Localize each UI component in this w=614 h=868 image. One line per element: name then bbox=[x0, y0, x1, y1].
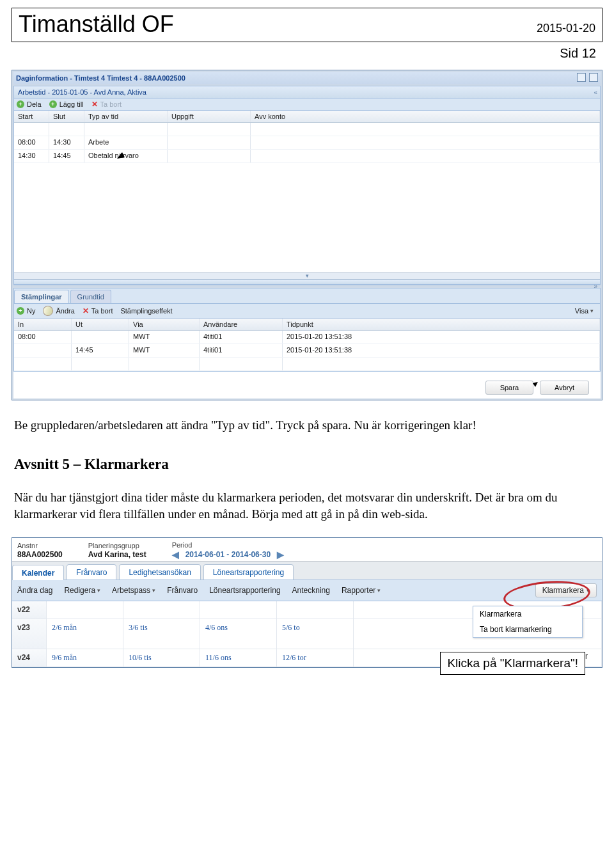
col-in: In bbox=[14, 319, 72, 330]
arbetstid-grid[interactable]: 08:00 14:30 Arbete 14:30 14:45 Obetald n… bbox=[14, 123, 600, 272]
klarmarkera-button[interactable]: Klarmarkera ▾ bbox=[535, 583, 597, 597]
stamplingar-grid[interactable]: 08:00 MWT 4titi01 2015-01-20 13:51:38 14… bbox=[14, 331, 600, 371]
tab-grundtid[interactable]: Grundtid bbox=[70, 290, 111, 303]
doc-title: Timanställd OF bbox=[19, 11, 174, 38]
delete-icon: ✕ bbox=[91, 100, 98, 108]
arbetstid-header: Arbetstid - 2015-01-05 - Avd Anna, Aktiv… bbox=[18, 88, 146, 96]
plus-icon: + bbox=[17, 100, 24, 108]
col-avvkonto: Avv konto bbox=[251, 111, 600, 122]
tab-loneartsrapportering[interactable]: Löneartsrapportering bbox=[203, 564, 294, 580]
screenshot-daginformation: Daginformation - Timtest 4 Timtest 4 - 8… bbox=[12, 70, 602, 400]
cancel-button[interactable]: Avbryt bbox=[540, 381, 589, 395]
collapse-icon[interactable]: « bbox=[594, 89, 597, 96]
screenshot-kalender: Anstnr 88AA002500 Planeringsgrupp Avd Ka… bbox=[12, 537, 602, 668]
doc-header: Timanställd OF 2015-01-20 bbox=[12, 8, 602, 42]
menu-klarmarkera[interactable]: Klarmarkera bbox=[473, 606, 582, 622]
tab-franvaro[interactable]: Frånvaro bbox=[67, 564, 116, 580]
ta-bort-button[interactable]: ✕ Ta bort bbox=[91, 100, 122, 108]
period-label: Period bbox=[172, 541, 193, 549]
prev-icon[interactable]: ◀ bbox=[172, 549, 179, 560]
delete-icon: ✕ bbox=[83, 307, 89, 315]
save-button[interactable]: Spara bbox=[485, 381, 533, 395]
visa-dropdown[interactable]: Visa ▾ bbox=[575, 307, 597, 315]
dela-button[interactable]: + Dela bbox=[17, 100, 42, 108]
menu-tabort-klarmarkering[interactable]: Ta bort klarmarkering bbox=[473, 622, 582, 637]
col-start: Start bbox=[14, 111, 49, 122]
doc-date: 2015-01-20 bbox=[537, 22, 595, 38]
window-controls[interactable] bbox=[576, 73, 598, 83]
plus-icon: + bbox=[17, 307, 24, 315]
col-typ: Typ av tid bbox=[84, 111, 168, 122]
instruction-paragraph-1: Be gruppledaren/arbetsledaren att ändra … bbox=[14, 417, 600, 434]
andra-button[interactable]: Ändra bbox=[43, 306, 74, 316]
chevron-down-icon: ▾ bbox=[152, 587, 155, 594]
planeringsgrupp-label: Planeringsgrupp bbox=[88, 542, 139, 549]
window-title: Daginformation - Timtest 4 Timtest 4 - 8… bbox=[16, 74, 185, 82]
callout-klarmarkera: Klicka på "Klarmarkera"! bbox=[440, 652, 585, 675]
planeringsgrupp-value: Avd Karina, test bbox=[88, 550, 146, 559]
table-row: 14:45 MWT 4titi01 2015-01-20 13:51:38 bbox=[14, 344, 600, 358]
edit-icon bbox=[42, 304, 55, 317]
page-number: Sid 12 bbox=[12, 46, 602, 61]
ta-bort-button[interactable]: ✕ Ta bort bbox=[83, 307, 113, 315]
table-row: 08:00 14:30 Arbete bbox=[14, 136, 600, 150]
table-row: 14:30 14:45 Obetald närvaro bbox=[14, 150, 600, 163]
anstnr-label: Anstnr bbox=[17, 542, 38, 549]
period-value: 2014-06-01 - 2014-06-30 bbox=[185, 550, 271, 559]
anstnr-value: 88AA002500 bbox=[17, 550, 63, 559]
splitter-bar[interactable]: ▾ bbox=[14, 272, 600, 280]
rapporter-dropdown[interactable]: Rapporter▾ bbox=[342, 586, 381, 595]
plus-icon: + bbox=[49, 100, 57, 108]
stamplingseffekt-button[interactable]: Stämplingseffekt bbox=[120, 307, 172, 315]
chevron-down-icon: ▾ bbox=[586, 587, 590, 594]
instruction-paragraph-2: När du har tjänstgjort dina tider måste … bbox=[14, 489, 600, 523]
col-tidpunkt: Tidpunkt bbox=[283, 319, 600, 330]
franvaro-button[interactable]: Frånvaro bbox=[167, 586, 198, 595]
chevron-down-icon: ▾ bbox=[590, 308, 594, 314]
table-row: 08:00 MWT 4titi01 2015-01-20 13:51:38 bbox=[14, 331, 600, 344]
maximize-icon[interactable] bbox=[577, 73, 586, 82]
expand-icon[interactable]: » bbox=[594, 283, 597, 290]
col-via: Via bbox=[129, 319, 200, 330]
col-uppgift: Uppgift bbox=[168, 111, 251, 122]
klarmarkera-menu[interactable]: Klarmarkera Ta bort klarmarkering bbox=[473, 606, 583, 638]
anteckning-button[interactable]: Anteckning bbox=[292, 586, 330, 595]
tab-ledighetsansokan[interactable]: Ledighetsansökan bbox=[119, 564, 200, 580]
andra-dag-button[interactable]: Ändra dag bbox=[17, 586, 52, 595]
col-slut: Slut bbox=[49, 111, 84, 122]
redigera-dropdown[interactable]: Redigera▾ bbox=[64, 586, 100, 595]
next-icon[interactable]: ▶ bbox=[277, 549, 284, 560]
tab-kalender[interactable]: Kalender bbox=[12, 565, 64, 580]
col-anvandare: Användare bbox=[200, 319, 283, 330]
table-row bbox=[14, 123, 600, 136]
arbetspass-dropdown[interactable]: Arbetspass▾ bbox=[112, 586, 155, 595]
table-row bbox=[14, 358, 600, 371]
tab-stamplingar[interactable]: Stämplingar bbox=[14, 290, 69, 303]
chevron-down-icon: ▾ bbox=[97, 587, 100, 594]
close-icon[interactable] bbox=[589, 73, 598, 82]
ny-button[interactable]: + Ny bbox=[17, 307, 35, 315]
section-heading: Avsnitt 5 – Klarmarkera bbox=[14, 456, 600, 473]
chevron-down-icon: ▾ bbox=[377, 587, 381, 594]
loneartsrapportering-button[interactable]: Löneartsrapportering bbox=[209, 586, 280, 595]
col-ut: Ut bbox=[72, 319, 129, 330]
lagg-till-button[interactable]: + Lägg till bbox=[49, 100, 84, 108]
